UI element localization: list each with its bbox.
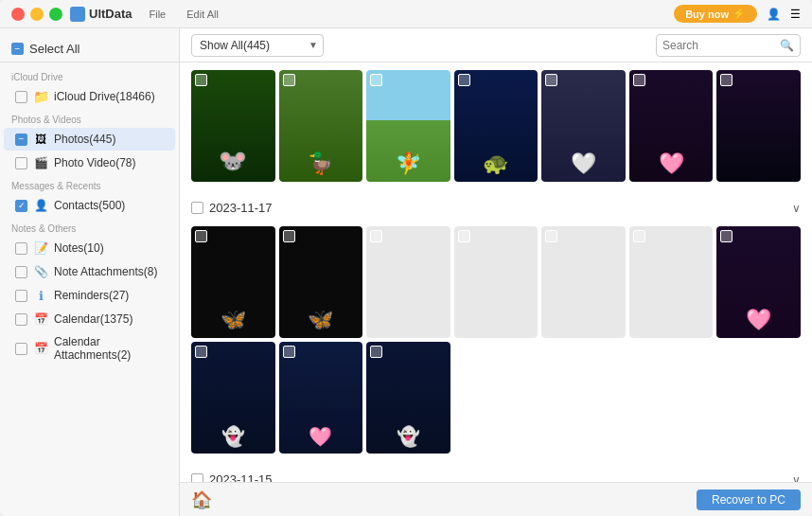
photo-checkbox[interactable]: [283, 74, 295, 86]
select-all-checkbox[interactable]: [11, 43, 24, 55]
sidebar-item-calendar-attachments[interactable]: 📅 Calendar Attachments(2): [4, 331, 175, 365]
photo-item[interactable]: 🦆: [279, 70, 363, 182]
search-input[interactable]: [662, 39, 776, 52]
contacts-checkbox[interactable]: [15, 200, 27, 212]
sidebar-item-notes[interactable]: 📝 Notes(10): [4, 237, 175, 259]
reminders-checkbox[interactable]: [15, 290, 27, 302]
titlebar: UltData File Edit All Buy now ⚡ 👤 ☰: [0, 0, 812, 28]
sidebar-item-photos[interactable]: 🖼 Photos(445): [4, 128, 175, 151]
photos-checkbox[interactable]: [15, 133, 27, 146]
sidebar-item-reminders[interactable]: ℹ Reminders(27): [4, 284, 175, 307]
calendar-label: Calendar(1375): [54, 312, 132, 326]
section-notes-label: Notes & Others: [0, 218, 179, 236]
photo-grid-2023-11-17-row2: 👻 🩷 👻: [191, 342, 801, 454]
photo-checkbox[interactable]: [545, 230, 557, 242]
calendar-attachments-label: Calendar Attachments(2): [54, 335, 164, 362]
sidebar-item-contacts[interactable]: 👤 Contacts(500): [4, 194, 175, 217]
photo-checkbox[interactable]: [195, 74, 207, 86]
photo-item[interactable]: 🐢: [454, 70, 538, 182]
show-all-dropdown-wrapper[interactable]: Show All(445) ▼: [191, 34, 324, 57]
sidebar-item-calendar[interactable]: 📅 Calendar(1375): [4, 308, 175, 330]
user-icon[interactable]: 👤: [767, 8, 781, 21]
photo-item[interactable]: 🧚: [366, 70, 450, 182]
photo-video-icon: 🎬: [33, 155, 48, 170]
notes-checkbox[interactable]: [15, 242, 27, 255]
note-attachments-icon: 📎: [33, 264, 48, 279]
bottom-bar: 🏠 Recover to PC: [180, 482, 812, 516]
calendar-checkbox[interactable]: [15, 313, 27, 326]
contacts-label: Contacts(500): [54, 199, 125, 212]
sidebar: Select All iCloud Drive 📁 iCloud Drive(1…: [0, 28, 180, 516]
maximize-button[interactable]: [49, 8, 62, 21]
icloud-drive-checkbox[interactable]: [15, 91, 27, 103]
photo-checkbox[interactable]: [633, 230, 645, 242]
photo-checkbox[interactable]: [458, 230, 470, 242]
home-button[interactable]: 🏠: [191, 489, 212, 510]
photo-group-2023-11-17: 2023-11-17 ∨ 🦋: [191, 197, 801, 454]
sidebar-item-icloud-drive[interactable]: 📁 iCloud Drive(18466): [4, 85, 175, 108]
photo-item[interactable]: 🤍: [541, 70, 626, 182]
reminders-label: Reminders(27): [54, 289, 129, 302]
calendar-attachments-checkbox[interactable]: [15, 343, 27, 355]
photo-item[interactable]: [716, 70, 801, 182]
photo-checkbox[interactable]: [720, 230, 733, 242]
search-icon: 🔍: [780, 39, 794, 52]
photo-checkbox[interactable]: [370, 74, 382, 86]
photo-item[interactable]: 🩷: [629, 70, 714, 182]
menu-icon[interactable]: ☰: [790, 8, 801, 21]
date-header-2023-11-15[interactable]: 2023-11-15 ∨: [191, 469, 801, 482]
photo-video-checkbox[interactable]: [15, 157, 27, 169]
photo-item[interactable]: [629, 226, 714, 338]
date-label: 2023-11-17: [209, 201, 273, 215]
section-photos-label: Photos & Videos: [0, 109, 179, 127]
photo-item[interactable]: 🦋: [191, 226, 275, 338]
photo-checkbox[interactable]: [633, 74, 645, 86]
calendar-icon: 📅: [33, 311, 48, 327]
sidebar-item-photo-video[interactable]: 🎬 Photo Video(78): [4, 151, 175, 174]
photo-item[interactable]: 👻: [366, 342, 450, 454]
show-all-dropdown[interactable]: Show All(445): [191, 34, 324, 57]
logo-icon: [70, 7, 85, 22]
photo-checkbox[interactable]: [458, 74, 470, 86]
select-all-label: Select All: [29, 42, 79, 56]
content-area: Show All(445) ▼ 🔍: [180, 28, 812, 516]
tab-edit-all[interactable]: Edit All: [177, 7, 228, 22]
photo-item[interactable]: 🩷: [279, 342, 363, 454]
photo-checkbox[interactable]: [370, 346, 382, 358]
photo-item[interactable]: 👻: [191, 342, 275, 454]
photo-checkbox[interactable]: [370, 230, 382, 242]
photo-item[interactable]: [541, 226, 626, 338]
section-icloud-label: iCloud Drive: [0, 66, 179, 84]
close-button[interactable]: [11, 8, 25, 21]
date-header-2023-11-17[interactable]: 2023-11-17 ∨: [191, 197, 801, 219]
titlebar-right: Buy now ⚡ 👤 ☰: [674, 5, 801, 23]
photo-checkbox[interactable]: [720, 74, 733, 86]
collapse-icon[interactable]: ∨: [792, 202, 801, 215]
date-group-checkbox[interactable]: [191, 202, 203, 214]
sidebar-item-note-attachments[interactable]: 📎 Note Attachments(8): [4, 260, 175, 283]
titlebar-left: UltData File Edit All: [11, 7, 228, 22]
photo-item[interactable]: [454, 226, 538, 338]
photo-checkbox[interactable]: [283, 346, 295, 358]
recover-to-pc-button[interactable]: Recover to PC: [697, 489, 801, 510]
photo-item[interactable]: 🩷: [716, 226, 801, 338]
search-box[interactable]: 🔍: [656, 34, 801, 57]
content-scroll[interactable]: 🐭 🦆: [180, 62, 812, 482]
tab-file[interactable]: File: [140, 7, 176, 22]
collapse-icon[interactable]: ∨: [792, 473, 801, 482]
date-group-checkbox[interactable]: [191, 473, 203, 482]
date-label: 2023-11-15: [209, 472, 273, 482]
select-all-bar[interactable]: Select All: [0, 36, 179, 62]
photo-checkbox[interactable]: [283, 230, 295, 242]
photo-item[interactable]: 🦋: [279, 226, 363, 338]
section-messages-label: Messages & Recents: [0, 175, 179, 193]
note-attachments-checkbox[interactable]: [15, 266, 27, 278]
buy-now-button[interactable]: Buy now ⚡: [674, 5, 757, 23]
photo-group-2023-11-15: 2023-11-15 ∨: [191, 469, 801, 482]
photo-item[interactable]: [366, 226, 450, 338]
photo-item[interactable]: 🐭: [191, 70, 275, 182]
minimize-button[interactable]: [30, 8, 44, 21]
photo-checkbox[interactable]: [195, 230, 207, 242]
photo-checkbox[interactable]: [195, 346, 207, 358]
photo-checkbox[interactable]: [545, 74, 557, 86]
